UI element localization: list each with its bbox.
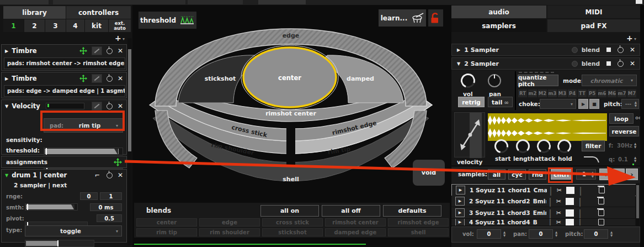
blend-toggle-damped-edge[interactable]: damped edge	[325, 228, 386, 237]
normalize-button[interactable]	[566, 187, 574, 194]
close-icon[interactable]: ✕	[118, 47, 123, 55]
samples-mode-cyc[interactable]: cyc	[508, 169, 526, 180]
collapse-arrow-icon[interactable]: ▼	[5, 173, 8, 178]
blends-defaults-button[interactable]: defaults	[383, 205, 441, 217]
velocity-pad[interactable]	[454, 112, 485, 157]
trash-icon[interactable]	[598, 209, 604, 216]
interval-M6[interactable]: M6	[607, 89, 617, 98]
interval-P5[interactable]: P5	[587, 89, 597, 98]
power-icon[interactable]	[107, 76, 113, 82]
reverse-button[interactable]: reverse	[609, 126, 639, 136]
trash-icon[interactable]	[598, 219, 604, 225]
pad-zone-void[interactable]: void	[413, 160, 445, 186]
add-section-button[interactable]: +	[115, 34, 121, 43]
interval-m7[interactable]: m7	[617, 89, 627, 98]
stepper-arrows-icon[interactable]: ▲▼	[635, 101, 637, 107]
pivot-slider[interactable]	[25, 240, 94, 247]
interval-M7[interactable]: M7	[627, 89, 637, 98]
smth-value[interactable]: 0 ms	[90, 203, 122, 211]
type-select[interactable]: toggle ▾	[25, 225, 122, 237]
blend-toggle-rim-shoulder[interactable]: rim shoulder	[199, 228, 260, 237]
list-scrollbar-thumb[interactable]	[636, 185, 639, 218]
pin-tool-icon[interactable]	[92, 102, 102, 111]
stepper-arrows-icon[interactable]: ▲▼	[634, 156, 636, 162]
preview-play-button[interactable]: ▶	[578, 99, 588, 109]
normalize-button[interactable]	[566, 209, 574, 217]
close-icon[interactable]: ✕	[630, 46, 635, 54]
samples-mode-all[interactable]: all	[488, 169, 505, 180]
blends-all-on-button[interactable]: all on	[260, 205, 319, 217]
sample-vol-value[interactable]: 0	[477, 229, 501, 239]
interval-m3[interactable]: m3	[547, 89, 557, 98]
choke-select[interactable]: ▾	[540, 99, 576, 109]
filter-f-value[interactable]: 30Hz	[617, 143, 632, 149]
scissors-icon[interactable]: ✂	[557, 187, 562, 194]
blend-toggle-center[interactable]: center	[136, 218, 197, 227]
interval-m2[interactable]: m2	[528, 89, 537, 98]
play-icon[interactable]: ▶	[455, 219, 465, 226]
normalize-button[interactable]	[566, 198, 574, 205]
sample-cycle-button[interactable]: ○	[613, 169, 625, 180]
collapse-arrow-icon[interactable]: ▶	[5, 76, 8, 81]
samples-mode-cntrl[interactable]: cntrl	[551, 169, 572, 180]
sample-pan-value[interactable]: 0	[529, 229, 553, 239]
blend-toggle-shell[interactable]: shell	[388, 228, 449, 237]
stepper-arrows-icon[interactable]: ▲▼	[555, 230, 557, 237]
sensitivity-slider[interactable]	[44, 148, 123, 155]
add-sampler-button[interactable]: +	[626, 34, 633, 43]
rnge-min-value[interactable]: 0	[80, 192, 98, 200]
play-icon[interactable]: ▶	[455, 208, 465, 217]
pin-tool-icon[interactable]	[92, 74, 102, 83]
close-icon[interactable]: ✕	[630, 60, 635, 67]
sample-pitch-value[interactable]: 0	[584, 229, 608, 239]
left-scrollbar-track[interactable]	[127, 38, 132, 245]
tab-library[interactable]: library	[3, 6, 66, 19]
chevron-down-icon[interactable]: ▾	[123, 36, 125, 41]
stepper-arrows-icon[interactable]: ▲▼	[592, 171, 594, 177]
stepper-arrows-icon[interactable]: ▲▼	[634, 142, 636, 149]
stepper-arrows-icon[interactable]: ▲▼	[610, 230, 613, 237]
move-icon[interactable]	[79, 75, 87, 82]
blend-toggle-rimshot-center[interactable]: rimshot center	[325, 218, 386, 227]
blend-toggle-rim-tip[interactable]: rim tip	[136, 228, 197, 237]
sample-prev-button[interactable]: ‹	[599, 169, 611, 180]
sample-row[interactable]: ▶ 2 Soyuz 11_chord2_Bmin sla | ✂ |	[451, 196, 635, 207]
close-icon[interactable]: ✕	[118, 75, 123, 82]
mode-select[interactable]: chromatic ▾	[582, 75, 637, 86]
solo-square-icon[interactable]	[606, 61, 611, 66]
sample-next-button[interactable]: ›	[626, 169, 638, 180]
blend-dot-icon[interactable]	[572, 47, 578, 53]
pin-tool-icon[interactable]	[92, 46, 102, 55]
page-tab-4[interactable]: 4	[66, 19, 84, 32]
chevron-down-icon[interactable]: ▾	[634, 36, 636, 41]
retrig-button[interactable]: retrig	[458, 97, 485, 107]
blend-dot-icon[interactable]	[572, 61, 578, 67]
page-tab-kit[interactable]: kit	[85, 19, 108, 32]
window-corner-button[interactable]	[636, 0, 642, 4]
sample-row[interactable]: ▶ 1 Soyuz 11_chord1_Cmaj7.w | ✂ |	[451, 184, 636, 196]
interval-m6[interactable]: m6	[597, 89, 607, 98]
pivot-value[interactable]: 0.5	[97, 214, 122, 222]
close-icon[interactable]: ✕	[118, 102, 123, 110]
left-scrollbar-thumb[interactable]	[128, 49, 131, 151]
play-icon[interactable]: ▶	[455, 197, 465, 206]
interval-M3[interactable]: M3	[557, 89, 567, 98]
collapse-arrow-icon[interactable]: ▼	[457, 61, 460, 66]
normalize-button[interactable]	[566, 219, 574, 226]
page-tab-3[interactable]: 3	[45, 19, 66, 32]
trash-icon[interactable]	[598, 198, 604, 204]
waveform-display[interactable]	[488, 113, 607, 141]
move-icon[interactable]	[79, 47, 87, 55]
quantize-pitch-button[interactable]: quantize pitch	[518, 75, 558, 86]
sample-row[interactable]: ▶ 3 Soyuz 11_chord3_Emin.wa | ✂ |	[451, 207, 635, 219]
loop-button[interactable]: loop	[609, 113, 634, 124]
stepper-arrows-icon[interactable]: ▲▼	[503, 230, 505, 237]
preview-stop-button[interactable]: ■	[589, 99, 599, 109]
power-icon[interactable]	[618, 47, 624, 53]
play-icon[interactable]: ▶	[456, 186, 465, 195]
sample-row[interactable]: ▶ 4 Soyuz 11_chord4_B | ✂ |	[451, 219, 635, 226]
power-icon[interactable]	[618, 61, 624, 67]
blend-toggle-cross-stick[interactable]: cross stick	[262, 218, 323, 227]
blend-toggle-edge[interactable]: edge	[199, 218, 260, 227]
scissors-icon[interactable]: ✂	[556, 198, 561, 205]
